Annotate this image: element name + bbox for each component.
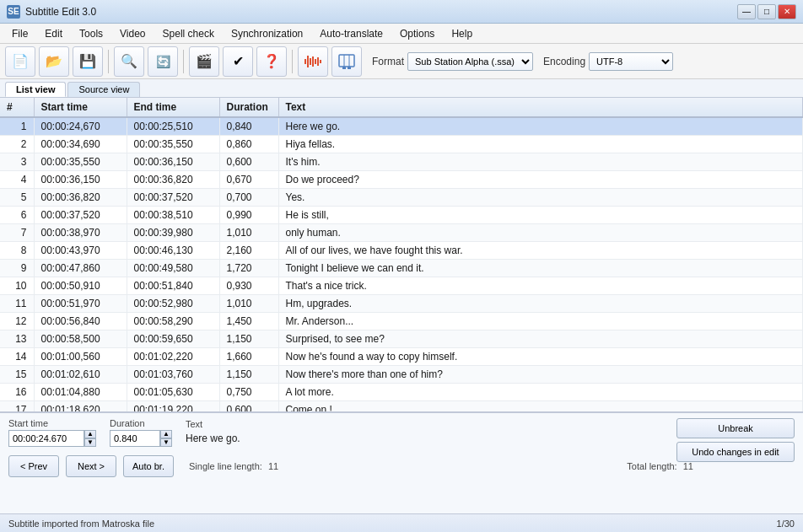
cell-dur: 1,010 (219, 295, 278, 313)
cell-num: 10 (0, 277, 34, 295)
tab-list-view[interactable]: List view (5, 82, 66, 97)
cell-start: 00:00:37,520 (34, 207, 127, 224)
cell-dur: 0,670 (219, 171, 278, 189)
close-button[interactable]: ✕ (778, 4, 796, 19)
cell-end: 00:00:35,550 (127, 136, 219, 153)
cell-dur: 0,600 (219, 153, 278, 171)
svg-rect-3 (310, 58, 311, 65)
table-row[interactable]: 16 00:01:04,880 00:01:05,630 0,750 A lot… (0, 384, 803, 401)
undo-edit-button[interactable]: Undo changes in edit (676, 442, 795, 462)
table-row[interactable]: 6 00:00:37,520 00:00:38,510 0,990 He is … (0, 207, 803, 224)
cell-start: 00:00:34,690 (34, 136, 127, 153)
subtitle-table-container[interactable]: # Start time End time Duration Text 1 00… (0, 98, 803, 412)
auto-br-button[interactable]: Auto br. (123, 455, 174, 477)
table-row[interactable]: 2 00:00:34,690 00:00:35,550 0,860 Hiya f… (0, 136, 803, 153)
cell-text: That's a nice trick. (278, 277, 803, 295)
table-row[interactable]: 5 00:00:36,820 00:00:37,520 0,700 Yes. (0, 189, 803, 207)
cell-end: 00:00:38,510 (127, 207, 219, 224)
duration-input-group: ▲ ▼ (110, 430, 172, 447)
table-row[interactable]: 14 00:01:00,560 00:01:02,220 1,660 Now h… (0, 348, 803, 366)
subtitle-table: # Start time End time Duration Text 1 00… (0, 98, 803, 412)
check-button[interactable]: ✔ (223, 46, 253, 77)
toolbar-separator-3 (292, 50, 293, 73)
cell-text: Here we go. (278, 117, 803, 136)
cell-text: Now there's more than one of him? (278, 366, 803, 384)
table-row[interactable]: 13 00:00:58,500 00:00:59,650 1,150 Surpr… (0, 330, 803, 348)
col-header-start: Start time (34, 98, 127, 117)
cell-start: 00:01:02,610 (34, 366, 127, 384)
cell-dur: 0,600 (219, 401, 278, 413)
duration-down[interactable]: ▼ (160, 438, 172, 447)
cell-text: Now he's found a way to copy himself. (278, 348, 803, 366)
video-button[interactable]: 🎬 (189, 46, 219, 77)
find-button[interactable]: 🔍 (114, 46, 144, 77)
menu-item-synchronization[interactable]: Synchronization (223, 24, 311, 43)
unbreak-button[interactable]: Unbreak (676, 418, 795, 438)
table-row[interactable]: 10 00:00:50,910 00:00:51,840 0,930 That'… (0, 277, 803, 295)
replace-button[interactable]: 🔄 (148, 46, 178, 77)
cell-start: 00:01:00,560 (34, 348, 127, 366)
prev-button[interactable]: < Prev (8, 455, 59, 477)
table-header-row: # Start time End time Duration Text (0, 98, 803, 117)
next-button[interactable]: Next > (66, 455, 116, 477)
minimize-button[interactable]: — (737, 4, 756, 19)
save-button[interactable]: 💾 (73, 46, 103, 77)
table-row[interactable]: 17 00:01:18,620 00:01:19,220 0,600 Come … (0, 401, 803, 413)
duration-spin: ▲ ▼ (160, 430, 172, 447)
cell-text: Mr. Anderson... (278, 313, 803, 330)
help-button[interactable]: ❓ (256, 46, 287, 77)
cell-num: 7 (0, 224, 34, 242)
menu-item-video[interactable]: Video (111, 24, 154, 43)
cell-num: 16 (0, 384, 34, 401)
cell-dur: 1,660 (219, 348, 278, 366)
start-time-up[interactable]: ▲ (84, 430, 96, 438)
format-area: Format Sub Station Alpha (.ssa)SubRip (.… (372, 52, 533, 71)
cell-dur: 1,010 (219, 224, 278, 242)
cell-num: 11 (0, 295, 34, 313)
frame-button[interactable] (331, 46, 362, 77)
menu-item-auto-translate[interactable]: Auto-translate (311, 24, 391, 43)
cell-end: 00:00:46,130 (127, 242, 219, 260)
new-button[interactable]: 📄 (5, 46, 35, 77)
menu-item-options[interactable]: Options (391, 24, 443, 43)
main-content: # Start time End time Duration Text 1 00… (0, 98, 803, 513)
start-time-input[interactable] (8, 430, 84, 447)
menu-item-tools[interactable]: Tools (71, 24, 111, 43)
table-row[interactable]: 12 00:00:56,840 00:00:58,290 1,450 Mr. A… (0, 313, 803, 330)
start-time-input-group: ▲ ▼ (8, 430, 96, 447)
table-row[interactable]: 3 00:00:35,550 00:00:36,150 0,600 It's h… (0, 153, 803, 171)
maximize-button[interactable]: □ (757, 4, 776, 19)
app-icon: SE (7, 5, 20, 19)
table-row[interactable]: 4 00:00:36,150 00:00:36,820 0,670 Do we … (0, 171, 803, 189)
edit-panel: Start time ▲ ▼ Duration ▲ ▼ (0, 412, 803, 513)
menu-item-help[interactable]: Help (443, 24, 481, 43)
menu-item-edit[interactable]: Edit (36, 24, 71, 43)
duration-input[interactable] (110, 430, 160, 447)
open-button[interactable]: 📂 (39, 46, 69, 77)
table-row[interactable]: 9 00:00:47,860 00:00:49,580 1,720 Tonigh… (0, 260, 803, 277)
waveform-button[interactable] (298, 46, 328, 77)
format-select[interactable]: Sub Station Alpha (.ssa)SubRip (.srt)Mic… (407, 52, 533, 71)
table-row[interactable]: 1 00:00:24,670 00:00:25,510 0,840 Here w… (0, 117, 803, 136)
toolbar: 📄 📂 💾 🔍 🔄 🎬 ✔ ❓ Format (0, 44, 803, 79)
tab-source-view[interactable]: Source view (67, 82, 140, 97)
table-row[interactable]: 7 00:00:38,970 00:00:39,980 1,010 only h… (0, 224, 803, 242)
cell-text: Do we proceed? (278, 171, 803, 189)
encoding-select[interactable]: UTF-8UTF-16ISO-8859-1Windows-1252 (589, 52, 673, 71)
duration-up[interactable]: ▲ (160, 430, 172, 438)
table-row[interactable]: 8 00:00:43,970 00:00:46,130 2,160 All of… (0, 242, 803, 260)
cell-num: 4 (0, 171, 34, 189)
cell-dur: 0,840 (219, 117, 278, 136)
table-row[interactable]: 15 00:01:02,610 00:01:03,760 1,150 Now t… (0, 366, 803, 384)
cell-num: 15 (0, 366, 34, 384)
table-row[interactable]: 11 00:00:51,970 00:00:52,980 1,010 Hm, u… (0, 295, 803, 313)
menu-item-file[interactable]: File (3, 24, 36, 43)
toolbar-separator-2 (183, 50, 184, 73)
cell-num: 17 (0, 401, 34, 413)
start-time-down[interactable]: ▼ (84, 438, 96, 447)
status-right: 1/30 (777, 519, 795, 529)
menu-item-spell-check[interactable]: Spell check (154, 24, 223, 43)
cell-end: 00:01:03,760 (127, 366, 219, 384)
cell-start: 00:01:18,620 (34, 401, 127, 413)
cell-dur: 1,720 (219, 260, 278, 277)
